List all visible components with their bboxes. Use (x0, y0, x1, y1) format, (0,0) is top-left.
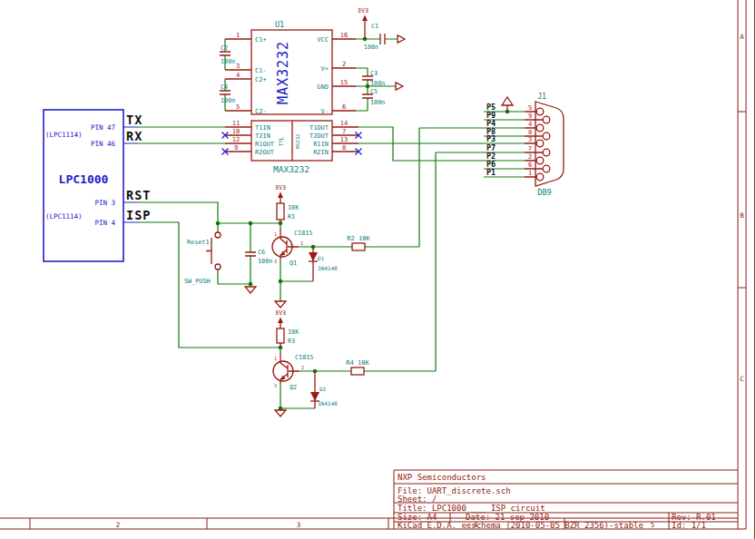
u1-bottom-label: MAX3232 (273, 164, 309, 174)
res-ref: R3 (288, 338, 295, 345)
trans-pin: 2 (301, 365, 304, 370)
pin-name: C1- (255, 67, 267, 74)
schematic-sheet: A B C 2 3 4 5 NXP Semiconductors File: U… (0, 0, 756, 539)
net-label-isp: ISP (126, 208, 151, 222)
pin-number: 1 (236, 32, 240, 39)
transistor-q1: C1815 Q1 1 2 3 (272, 229, 312, 267)
cap-ref: C2 (221, 44, 228, 52)
pin-number: 12 (232, 136, 240, 143)
db9-net-label: P3 (486, 134, 496, 143)
pin-name: GND (317, 83, 329, 91)
cap-value: 100n (370, 99, 385, 106)
power-3v3-r3: 3V3 (275, 309, 286, 328)
pin-number: 4 (236, 72, 240, 79)
pin-number: 6 (528, 162, 532, 169)
pin-number: 2 (528, 153, 532, 161)
pin-name: C2+ (255, 76, 267, 83)
res-value: 10K (288, 328, 299, 336)
cap-ref: C4 (221, 83, 228, 91)
resistor-r1: 10K R1 (277, 203, 299, 223)
pin-number: 11 (232, 120, 240, 127)
wires (138, 39, 525, 410)
cap-ref: C6 (258, 249, 265, 256)
pin-name: VCC (317, 36, 329, 44)
pin-name: R1OUT (255, 141, 275, 148)
switch-reset: Reset1 SW_PUSH (184, 232, 221, 285)
pin-number: 13 (340, 136, 348, 143)
diode-d2: D2 1N4148 (310, 371, 338, 408)
pin-name: T2OUT (309, 132, 329, 140)
pin-number: 6 (342, 103, 346, 111)
power-3v3-r1: 3V3 (275, 184, 286, 203)
diode-ref: D2 (319, 386, 327, 392)
connector-ref: J1 (537, 93, 546, 101)
power-label: 3V3 (275, 184, 286, 191)
gnd-arrow-c6 (245, 287, 256, 293)
pin-number: 5 (528, 104, 532, 112)
lpc-variant: (LPC1114) (45, 131, 83, 139)
lpc-pin-name: PIN 47 (91, 123, 115, 132)
pin-number: 8 (528, 129, 532, 136)
trans-pin: 1 (274, 356, 277, 361)
pin-number: 5 (236, 103, 240, 111)
switch-value: SW_PUSH (184, 278, 211, 285)
pin-number: 7 (528, 145, 532, 152)
pin-name: R2OUT (255, 149, 275, 156)
pin-number: 3 (528, 136, 532, 143)
pin-name: V+ (321, 65, 329, 73)
diode-ref: D1 (318, 255, 325, 261)
trans-value: C1815 (295, 354, 313, 361)
pin-name: T2IN (255, 132, 270, 140)
lpc1000-block: PIN 47 (LPC1114) PIN 46 LPC1000 PIN 3 (L… (44, 110, 138, 261)
lpc-ref: LPC1000 (59, 172, 109, 186)
power-label: 3V3 (275, 309, 286, 317)
pin-number: 2 (342, 61, 346, 68)
net-label-tx: TX (126, 113, 142, 127)
title-block: NXP Semiconductors File: UART_discrete.s… (394, 470, 738, 530)
capacitor-c5: C5 100n (362, 88, 385, 107)
transistor-q2: C1815 Q2 1 2 3 (273, 353, 313, 391)
resistor-r2: R2 10K (347, 235, 370, 250)
gnd-arrow-q1 (275, 301, 286, 308)
capacitor-c4: C4 100n (220, 83, 235, 104)
cap-ref: C1 (371, 23, 378, 30)
frame-col-number: 3 (297, 521, 301, 529)
pin-number: 16 (340, 32, 348, 39)
frame-col-number: 2 (116, 521, 121, 529)
diode-value: 1N4148 (318, 400, 338, 407)
cap-value: 100n (221, 58, 235, 65)
connector-value: DB9 (537, 188, 551, 197)
gnd-arrow-q2 (275, 410, 286, 416)
pin-number: 9 (234, 144, 238, 152)
gnd-symbol-db9 (502, 97, 513, 112)
capacitor-c6: C6 100n (245, 249, 272, 265)
db9-connector: J1 DB9 5 9 4 8 3 7 2 6 1 P5 P9 P4 P8 P3 … (486, 93, 564, 197)
titleblock-sheet: Sheet: / (398, 495, 437, 504)
lpc-pin-name: PIN 3 (94, 199, 115, 207)
cap-value: 100n (364, 44, 378, 51)
diode-value: 1N4148 (318, 265, 338, 271)
pin-number: 9 (528, 113, 532, 120)
u1-ttl-section: TTL (278, 136, 284, 146)
power-label: 3V3 (358, 7, 368, 15)
pin-number: 14 (340, 120, 348, 127)
u1-max3232: U1 MAX3232 TTL RS232 MAX3232 1 3 4 5 C1+… (225, 20, 358, 174)
capacitor-c2: C2 100n (220, 44, 235, 65)
frame-row-letter: C (740, 375, 744, 383)
lpc-pin-name: PIN 4 (94, 219, 115, 227)
pin-name: T1OUT (309, 124, 329, 132)
lpc-pin-name: PIN 46 (91, 140, 116, 148)
cap-value: 100n (370, 80, 385, 87)
titleblock-id: Id: 1/1 (672, 521, 706, 530)
hier-arrow-gnd (396, 83, 403, 90)
u1-value-vertical: MAX3232 (275, 41, 291, 104)
power-3v3-top: 3V3 (358, 7, 368, 39)
pin-number: 15 (340, 79, 348, 86)
frame-row-letter: B (740, 211, 744, 220)
schematic-canvas[interactable]: A B C 2 3 4 5 NXP Semiconductors File: U… (0, 0, 756, 539)
pin-name: C1+ (255, 36, 267, 44)
res-ref: R1 (288, 213, 295, 220)
trans-ref: Q1 (290, 260, 297, 267)
cap-ref: C3 (370, 70, 378, 77)
titleblock-company: NXP Semiconductors (398, 473, 486, 482)
